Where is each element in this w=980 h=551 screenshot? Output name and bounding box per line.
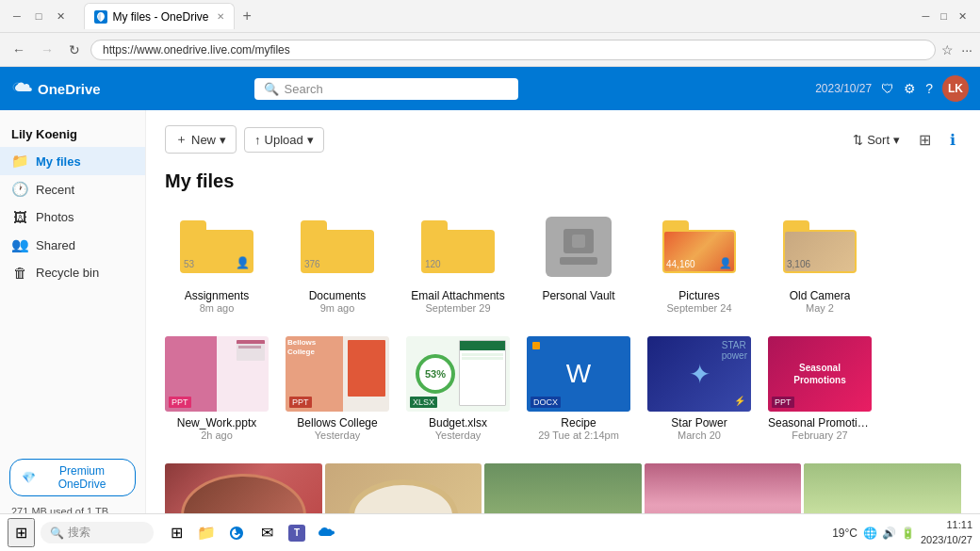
shared-label: Shared <box>36 238 75 252</box>
sidebar-item-my-files[interactable]: 📁 My files <box>0 147 145 175</box>
address-icons: ☆ ··· <box>941 42 972 57</box>
taskbar-search-placeholder: 搜索 <box>68 525 90 541</box>
file-star-power[interactable]: ✦ ⚡ STARpower Star Power March 20 <box>647 336 751 441</box>
folder-count-documents: 376 <box>304 259 320 269</box>
start-btn[interactable]: ⊞ <box>8 518 35 547</box>
active-tab[interactable]: My files - OneDrive ✕ <box>84 3 235 29</box>
sidebar-item-recycle-bin[interactable]: 🗑 Recycle bin <box>0 259 145 286</box>
taskbar-onedrive[interactable] <box>314 520 340 546</box>
folders-grid: 53 👤 Assignments 8m ago 376 <box>165 209 961 314</box>
folder-assignments[interactable]: 53 👤 Assignments 8m ago <box>165 209 269 314</box>
network-icon[interactable]: 🌐 <box>863 527 877 540</box>
taskbar-temp: 19°C <box>832 527 858 540</box>
header-date: 2023/10/27 <box>815 82 872 95</box>
volume-icon[interactable]: 🔊 <box>882 527 896 540</box>
file-date-new-work: 2h ago <box>201 429 233 441</box>
star-icon[interactable]: ☆ <box>941 42 954 57</box>
file-new-work[interactable]: PPT New_Work.pptx 2h ago <box>165 336 269 441</box>
my-files-label: My files <box>36 154 81 169</box>
header-right: 2023/10/27 🛡 ⚙ ? LK <box>815 75 969 102</box>
search-bar[interactable]: 🔍 Search <box>254 78 518 100</box>
new-label: New <box>191 133 216 147</box>
upload-btn[interactable]: ↑ Upload ▾ <box>244 127 324 153</box>
recycle-bin-label: Recycle bin <box>36 266 99 280</box>
taskbar-search[interactable]: 🔍 搜索 <box>41 522 154 543</box>
win-minimize[interactable]: ─ <box>917 8 936 24</box>
refresh-btn[interactable]: ↻ <box>64 41 85 59</box>
photos-label: Photos <box>36 210 74 224</box>
sort-btn[interactable]: ⇅ Sort ▾ <box>847 129 906 151</box>
taskbar-teams[interactable]: T <box>284 520 310 546</box>
my-files-icon: 📁 <box>11 153 28 170</box>
upload-label: Upload <box>265 133 303 147</box>
forward-btn[interactable]: → <box>36 41 58 59</box>
maximize-btn[interactable]: □ <box>30 8 48 24</box>
folder-old-camera[interactable]: 3,106 Old Camera May 2 <box>768 209 872 314</box>
more-btn[interactable]: ··· <box>961 42 972 57</box>
toolbar: ＋ New ▾ ↑ Upload ▾ ⇅ Sort ▾ ⊞ ℹ <box>165 125 961 154</box>
file-date-bellows: Yesterday <box>315 429 361 441</box>
search-placeholder: Search <box>285 82 323 96</box>
folder-email-attachments[interactable]: 120 Email Attachments September 29 <box>406 209 510 314</box>
upload-icon: ↑ <box>254 133 261 147</box>
taskbar-mail[interactable]: ✉ <box>253 520 280 546</box>
recent-label: Recent <box>36 183 74 197</box>
folder-documents[interactable]: 376 Documents 9m ago <box>286 209 389 314</box>
file-date-budget: Yesterday <box>435 429 482 441</box>
win-close[interactable]: ✕ <box>953 8 972 24</box>
info-btn[interactable]: ℹ <box>944 127 961 153</box>
search-icon: 🔍 <box>264 82 279 96</box>
file-seasonal[interactable]: SeasonalPromotions PPT Seasonal Promotio… <box>768 336 872 441</box>
sidebar-item-photos[interactable]: 🖼 Photos <box>0 203 145 231</box>
window-buttons: ─ □ ✕ <box>917 8 972 24</box>
clock[interactable]: 11:11 2023/10/27 <box>921 518 972 547</box>
taskbar-edge[interactable] <box>223 520 250 546</box>
diamond-icon: 💎 <box>22 471 36 484</box>
file-thumb-star: ✦ ⚡ STARpower <box>647 336 751 412</box>
toolbar-right: ⇅ Sort ▾ ⊞ ℹ <box>847 127 961 153</box>
sidebar-item-shared[interactable]: 👥 Shared <box>0 231 145 259</box>
new-btn[interactable]: ＋ New ▾ <box>165 125 237 154</box>
minimize-btn[interactable]: ─ <box>8 8 26 24</box>
taskbar-right: 19°C 🌐 🔊 🔋 11:11 2023/10/27 <box>832 518 972 547</box>
taskbar: ⊞ 🔍 搜索 ⊞ 📁 ✉ T 19°C 🌐 🔊 🔋 11:11 2023/10/… <box>0 513 980 551</box>
tab-title: My files - OneDrive <box>112 10 208 24</box>
avatar[interactable]: LK <box>942 75 969 102</box>
file-bellows-college[interactable]: BellowsCollege PPT Bellows College Yeste… <box>286 336 389 441</box>
grid-view-btn[interactable]: ⊞ <box>913 127 937 153</box>
file-budget[interactable]: 53% XLSX Budget.xlsx Yesterday <box>406 336 510 441</box>
folder-pictures[interactable]: 44,160 👤 Pictures September 24 <box>647 209 751 314</box>
file-date-seasonal: February 27 <box>792 429 847 441</box>
taskbar-widgets[interactable]: ⊞ <box>163 520 189 546</box>
sort-icon: ⇅ <box>853 133 863 147</box>
folder-thumb-pictures: 44,160 👤 <box>647 209 751 284</box>
tab-close-btn[interactable]: ✕ <box>217 11 224 22</box>
recycle-bin-icon: 🗑 <box>11 265 28 281</box>
folder-name-email: Email Attachments <box>411 289 504 302</box>
taskbar-explorer[interactable]: 📁 <box>193 520 220 546</box>
premium-btn[interactable]: 💎 Premium OneDrive <box>9 459 136 496</box>
folder-thumb-email: 120 <box>406 209 510 284</box>
folder-personal-vault[interactable]: Personal Vault <box>527 209 630 314</box>
share-badge-assignments: 👤 <box>236 256 250 269</box>
sidebar-item-recent[interactable]: 🕐 Recent <box>0 175 145 203</box>
help-icon[interactable]: ? <box>925 81 933 96</box>
shield-icon[interactable]: 🛡 <box>881 81 894 96</box>
file-recipe[interactable]: W DOCX Recipe 29 Tue at 2:14pm <box>527 336 630 441</box>
address-bar: ← → ↻ https://www.onedrive.live.com/myfi… <box>0 33 980 67</box>
settings-icon[interactable]: ⚙ <box>904 81 916 96</box>
new-tab-btn[interactable]: + <box>238 8 254 24</box>
url-bar[interactable]: https://www.onedrive.live.com/myfiles <box>90 40 936 60</box>
folder-date-documents: 9m ago <box>320 302 355 314</box>
vault-thumb <box>527 209 630 284</box>
file-date-star: March 20 <box>678 429 721 441</box>
battery-icon[interactable]: 🔋 <box>901 527 915 540</box>
win-maximize[interactable]: □ <box>935 8 953 24</box>
file-name-budget: Budget.xlsx <box>429 416 487 429</box>
sort-label: Sort <box>867 133 890 147</box>
url-text: https://www.onedrive.live.com/myfiles <box>103 43 290 57</box>
sys-tray: 🌐 🔊 🔋 <box>863 527 915 540</box>
back-btn[interactable]: ← <box>8 41 30 59</box>
file-thumb-new-work: PPT <box>165 336 269 412</box>
close-btn[interactable]: ✕ <box>51 8 71 24</box>
